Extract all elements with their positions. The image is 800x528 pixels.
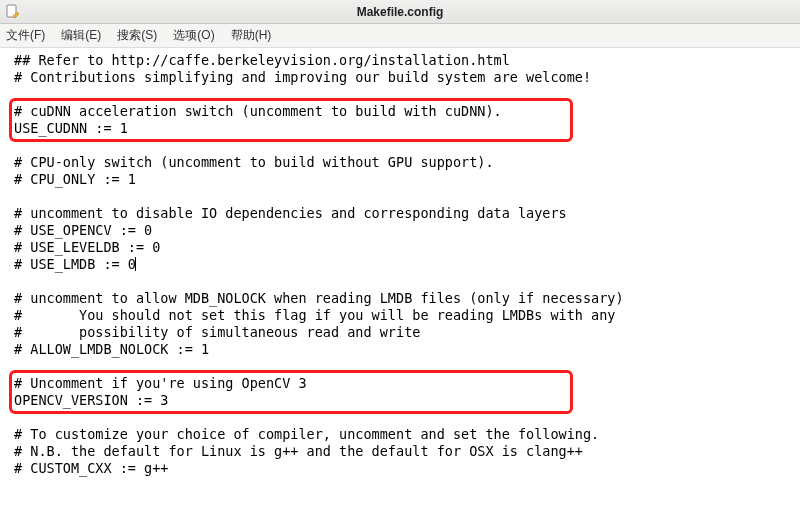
- code-line: OPENCV_VERSION := 3: [14, 392, 168, 408]
- code-line: # CPU_ONLY := 1: [14, 171, 136, 187]
- code-line: ## Refer to http://caffe.berkeleyvision.…: [14, 52, 510, 68]
- menu-edit[interactable]: 编辑(E): [61, 27, 101, 44]
- menu-options[interactable]: 选项(O): [173, 27, 214, 44]
- code-line: # possibility of simultaneous read and w…: [14, 324, 420, 340]
- document-pencil-icon: [4, 3, 22, 21]
- code-line: # Uncomment if you're using OpenCV 3: [14, 375, 307, 391]
- text-cursor: [135, 257, 136, 271]
- code-line: # Contributions simplifying and improvin…: [14, 69, 591, 85]
- code-line: # uncomment to disable IO dependencies a…: [14, 205, 567, 221]
- code-line: # USE_OPENCV := 0: [14, 222, 152, 238]
- code-line: # USE_LEVELDB := 0: [14, 239, 160, 255]
- code-line: # uncomment to allow MDB_NOLOCK when rea…: [14, 290, 624, 306]
- menu-help[interactable]: 帮助(H): [231, 27, 272, 44]
- code-line: # To customize your choice of compiler, …: [14, 426, 599, 442]
- code-line: # cuDNN acceleration switch (uncomment t…: [14, 103, 502, 119]
- text-editor-area[interactable]: ## Refer to http://caffe.berkeleyvision.…: [0, 48, 800, 528]
- window-title: Makefile.config: [357, 5, 444, 19]
- menu-file[interactable]: 文件(F): [6, 27, 45, 44]
- menu-search[interactable]: 搜索(S): [117, 27, 157, 44]
- code-line: # USE_LMDB := 0: [14, 256, 136, 272]
- code-line: # CUSTOM_CXX := g++: [14, 460, 168, 476]
- file-content[interactable]: ## Refer to http://caffe.berkeleyvision.…: [0, 48, 800, 481]
- code-line: # You should not set this flag if you wi…: [14, 307, 615, 323]
- code-line: # N.B. the default for Linux is g++ and …: [14, 443, 583, 459]
- code-line: USE_CUDNN := 1: [14, 120, 128, 136]
- window-titlebar: Makefile.config: [0, 0, 800, 24]
- code-line: # ALLOW_LMDB_NOLOCK := 1: [14, 341, 209, 357]
- menubar: 文件(F) 编辑(E) 搜索(S) 选项(O) 帮助(H): [0, 24, 800, 48]
- code-line: # CPU-only switch (uncomment to build wi…: [14, 154, 494, 170]
